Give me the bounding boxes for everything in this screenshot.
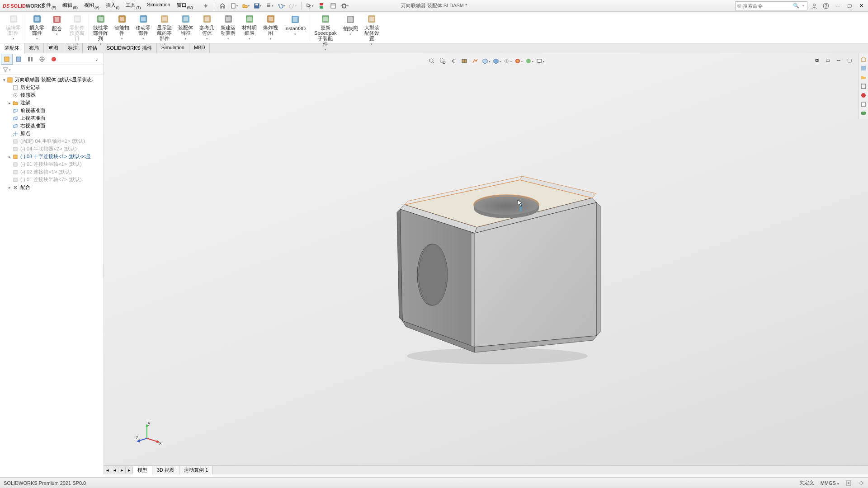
feature-tree-tab[interactable]	[1, 54, 13, 65]
tree-item[interactable]: 历史记录	[0, 84, 104, 91]
motion-tab-运动算例 1[interactable]: 运动算例 1	[179, 466, 213, 474]
menu-窗口[interactable]: 窗口(W)	[174, 0, 196, 11]
tree-item[interactable]: ▸注解	[0, 99, 104, 107]
tab-草图[interactable]: 草图	[44, 43, 63, 53]
motion-tab-模型[interactable]: 模型	[133, 466, 152, 474]
ribbon-移动零部件[interactable]: 移动零部件▾	[132, 13, 154, 42]
menu-文件[interactable]: 文件(F)	[38, 0, 59, 11]
ribbon-更新Speedpak子装配件[interactable]: 更新Speedpak子装配件▾	[311, 13, 340, 42]
appearances-icon[interactable]	[859, 91, 868, 99]
view-orientation-icon[interactable]: ▾	[481, 56, 491, 66]
previous-view-icon[interactable]	[448, 56, 458, 66]
minimize-button[interactable]: ─	[833, 1, 843, 11]
command-search[interactable]: ◎ 🔍 ▾	[735, 1, 807, 10]
status-custom-icon[interactable]	[845, 480, 852, 486]
tab-Simulation[interactable]: Simulation	[157, 43, 189, 53]
save-icon[interactable]: ▾	[253, 1, 263, 11]
select-icon[interactable]: ▾	[305, 1, 315, 11]
tree-root[interactable]: ▾万向联轴器 装配体 (默认<显示状态-	[0, 76, 104, 84]
tab-布局[interactable]: 布局	[24, 43, 44, 53]
display-tab[interactable]	[48, 54, 60, 65]
resources-icon[interactable]	[859, 55, 868, 63]
vp-maximize-icon[interactable]: ▢	[844, 55, 854, 65]
motion-tab-3D 视图[interactable]: 3D 视图	[152, 466, 179, 474]
zoom-area-icon[interactable]	[438, 56, 448, 66]
print-icon[interactable]: ▾	[264, 1, 274, 11]
tree-item[interactable]: (-) 02 连接轴<1> (默认)	[0, 168, 104, 176]
tree-item[interactable]: 传感器	[0, 91, 104, 99]
tab-标注[interactable]: 标注	[63, 43, 83, 53]
new-icon[interactable]: ▾	[229, 1, 239, 11]
menu-插入[interactable]: 插入(I)	[103, 0, 123, 11]
edit-appearance-icon[interactable]: ▾	[514, 56, 524, 66]
ribbon-材料明细表[interactable]: 材料明细表▾	[239, 13, 260, 42]
maximize-button[interactable]: ▢	[844, 1, 854, 11]
dynamic-annotation-icon[interactable]	[470, 56, 480, 66]
property-manager-tab[interactable]	[13, 54, 24, 65]
menu-工具[interactable]: 工具(T)	[123, 0, 144, 11]
ribbon-显示隐藏的零部件[interactable]: 显示隐藏的零部件▾	[154, 13, 175, 42]
orientation-triad[interactable]: y x z	[136, 420, 163, 447]
tree-item[interactable]: 前视基准面	[0, 107, 104, 114]
dimxpert-tab[interactable]	[36, 54, 48, 65]
tree-item[interactable]: 右视基准面	[0, 122, 104, 130]
tab-装配体[interactable]: 装配体	[0, 43, 24, 53]
tree-item[interactable]: 上视基准面	[0, 114, 104, 122]
status-units[interactable]: MMGS ▾	[821, 480, 839, 486]
tab-SOLIDWORKS 插件[interactable]: SOLIDWORKS 插件	[102, 43, 157, 53]
open-icon[interactable]: ▾	[241, 1, 251, 11]
pin-icon[interactable]	[201, 1, 211, 11]
user-icon[interactable]	[809, 1, 819, 11]
display-style-icon[interactable]: ▾	[492, 56, 502, 66]
hide-show-icon[interactable]: ▾	[503, 56, 513, 66]
view-settings-icon[interactable]: ▾	[535, 56, 545, 66]
ribbon-插入零部件[interactable]: 插入零部件▾	[26, 13, 47, 42]
search-glass-icon[interactable]: 🔍	[793, 3, 800, 9]
ribbon-大型装配体设置[interactable]: 大型装配体设置▾	[361, 13, 382, 42]
tree-item[interactable]: ▸(-) 03 十字连接块<1> (默认<<显	[0, 153, 104, 160]
menu-Simulation[interactable]: Simulation	[144, 0, 173, 11]
manager-expand-icon[interactable]: ›	[91, 54, 103, 65]
tree-item[interactable]: ▸配合	[0, 183, 104, 191]
vp-split-icon[interactable]: ▭	[823, 55, 833, 65]
design-library-icon[interactable]	[859, 64, 868, 72]
ribbon-智能扣件[interactable]: 智能扣件▾	[111, 13, 132, 42]
search-dropdown-icon[interactable]: ▾	[800, 4, 807, 8]
tree-item[interactable]: 原点	[0, 130, 104, 137]
apply-scene-icon[interactable]: ▾	[524, 56, 534, 66]
tree-item[interactable]: (-) 01 连接块半轴<1> (默认)	[0, 160, 104, 168]
tab-MBD[interactable]: MBD	[189, 43, 210, 53]
file-explorer-icon[interactable]	[859, 73, 868, 81]
rebuild-icon[interactable]	[316, 1, 326, 11]
tab-scroll[interactable]: ◂◂▸▸	[104, 467, 133, 473]
graphics-viewport[interactable]: ▾ ▾ ▾ ▾ ▾ ▾ ⧉ ▭ ─ ▢ ✕	[104, 53, 868, 474]
ribbon-配合[interactable]: 配合▾	[47, 13, 66, 42]
tree-item[interactable]: (-) 01 连接块半轴<7> (默认)	[0, 176, 104, 183]
section-view-icon[interactable]	[459, 56, 469, 66]
ribbon-Instant3D[interactable]: Instant3D▾	[281, 13, 309, 42]
redo-icon[interactable]: ▾	[288, 1, 298, 11]
close-button[interactable]: ✕	[856, 1, 866, 11]
ribbon-新建运动算例[interactable]: 新建运动算例▾	[217, 13, 239, 42]
settings-icon[interactable]: ▾	[340, 1, 350, 11]
configuration-tab[interactable]	[24, 54, 36, 65]
ribbon-线性零部件阵列[interactable]: 线性零部件阵列▾	[90, 13, 111, 42]
tree-item[interactable]: (固定) 04 半联轴器<1> (默认)	[0, 137, 104, 145]
ribbon-参考几何体[interactable]: 参考几何体▾	[196, 13, 217, 42]
custom-props-icon[interactable]	[859, 100, 868, 108]
status-gear-icon[interactable]	[858, 480, 864, 486]
ribbon-拍快照[interactable]: 拍快照▾	[340, 13, 361, 42]
undo-icon[interactable]: ▾	[276, 1, 286, 11]
tree-filter[interactable]: ▾	[0, 65, 104, 75]
menu-编辑[interactable]: 编辑(E)	[59, 0, 81, 11]
home-icon[interactable]	[217, 1, 227, 11]
search-input[interactable]	[743, 3, 793, 9]
view-palette-icon[interactable]	[859, 82, 868, 90]
options-form-icon[interactable]	[328, 1, 338, 11]
ribbon-装配体特征[interactable]: 装配体特征▾	[175, 13, 196, 42]
ribbon-爆炸视图[interactable]: 爆炸视图▾	[260, 13, 281, 42]
tree-item[interactable]: (-) 04 半联轴器<2> (默认)	[0, 145, 104, 153]
vp-link-icon[interactable]: ⧉	[812, 55, 822, 65]
menu-视图[interactable]: 视图(V)	[81, 0, 103, 11]
forum-icon[interactable]	[859, 109, 868, 117]
